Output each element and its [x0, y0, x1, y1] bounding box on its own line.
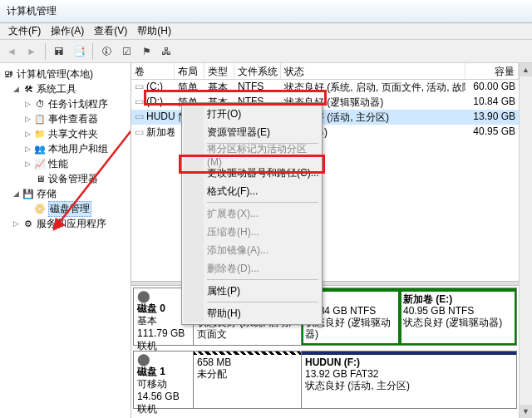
tree-device-manager[interactable]: 🖥设备管理器	[2, 171, 129, 186]
users-icon: 👥	[33, 142, 47, 155]
tree-root[interactable]: 🖳 计算机管理(本地)	[2, 66, 129, 81]
context-menu: 打开(O) 资源管理器(E) 将分区标记为活动分区(M) 更改驱动器号和路径(C…	[181, 102, 323, 325]
scrollbar-vertical[interactable]: ▲ ▼	[519, 63, 532, 418]
partition[interactable]: 新加卷 (E:)40.95 GB NTFS状态良好 (逻辑驱动器)	[400, 288, 516, 345]
volume-list-header: 卷 布局 类型 文件系统 状态 容量	[131, 63, 519, 80]
disk-info[interactable]: ⬤磁盘 1可移动14.56 GB联机	[134, 352, 194, 408]
tb-icon-1[interactable]: 🖬	[51, 43, 67, 60]
expand-icon[interactable]: ▷	[25, 160, 33, 168]
window-titlebar: 计算机管理	[0, 0, 532, 23]
tb-icon-2[interactable]: 📑	[71, 43, 87, 60]
volume-icon: ▭	[135, 96, 146, 107]
menu-action[interactable]: 操作(A)	[46, 24, 89, 38]
expand-icon[interactable]: ▷	[25, 145, 33, 153]
ctx-add-mirror: 添加镜像(A)...	[184, 241, 320, 259]
tools-icon: 🛠	[22, 82, 35, 96]
nav-fwd-button[interactable]: ►	[23, 43, 40, 60]
ctx-format[interactable]: 格式化(F)...	[184, 182, 320, 200]
tb-icon-6[interactable]: 🖧	[158, 43, 175, 60]
nav-tree: 🖳 计算机管理(本地) ◢ 🛠 系统工具 ▷⏱任务计划程序 ▷📋事件查看器 ▷📁…	[0, 63, 131, 418]
partition[interactable]: HUDUN (F:)13.92 GB FAT32状态良好 (活动, 主分区)	[302, 352, 516, 408]
ctx-extend: 扩展卷(X)...	[184, 204, 320, 223]
tb-icon-3[interactable]: 🛈	[98, 43, 115, 60]
nav-back-button[interactable]: ◄	[3, 43, 20, 60]
expand-icon[interactable]: ▷	[25, 100, 33, 108]
menubar: 文件(F) 操作(A) 查看(V) 帮助(H)	[0, 23, 532, 40]
clock-icon: ⏱	[33, 97, 47, 111]
tree-performance[interactable]: ▷📈性能	[2, 156, 129, 171]
tb-icon-5[interactable]: ⚑	[138, 43, 155, 60]
expand-icon[interactable]: ▷	[13, 219, 22, 228]
expand-icon[interactable]: ▷	[25, 130, 33, 138]
folder-icon: 📁	[33, 127, 47, 140]
ctx-change-drive-letter[interactable]: 更改驱动器号和路径(C)...	[184, 164, 320, 182]
toolbar: ◄ ► 🖬 📑 🛈 ☑ ⚑ 🖧	[0, 40, 532, 63]
col-capacity[interactable]: 容量	[466, 63, 519, 79]
scroll-down-icon[interactable]: ▼	[520, 405, 532, 418]
disk-icon: 📀	[33, 202, 47, 215]
volume-icon: ▭	[135, 81, 146, 92]
tree-event-viewer[interactable]: ▷📋事件查看器	[2, 111, 129, 126]
disk-block: ⬤磁盘 1可移动14.56 GB联机658 MB未分配HUDUN (F:)13.…	[133, 351, 517, 409]
volume-icon: ▭	[135, 126, 146, 138]
storage-icon: 💾	[22, 187, 35, 200]
scroll-up-icon[interactable]: ▲	[520, 63, 532, 76]
device-icon: 🖥	[33, 172, 47, 185]
partition[interactable]: 658 MB未分配	[194, 352, 302, 408]
computer-icon: 🖳	[2, 67, 15, 81]
ctx-delete: 删除卷(D)...	[184, 259, 320, 278]
ctx-properties[interactable]: 属性(P)	[184, 282, 320, 300]
tb-icon-4[interactable]: ☑	[118, 43, 135, 60]
col-filesystem[interactable]: 文件系统	[234, 63, 281, 79]
tree-storage[interactable]: ◢💾存储	[2, 186, 129, 201]
ctx-help[interactable]: 帮助(H)	[184, 304, 320, 322]
tree-services-apps[interactable]: ▷⚙服务和应用程序	[2, 216, 129, 231]
col-status[interactable]: 状态	[281, 63, 466, 79]
window-title: 计算机管理	[0, 4, 63, 18]
log-icon: 📋	[33, 112, 47, 125]
ctx-mark-active: 将分区标记为活动分区(M)	[184, 145, 320, 164]
ctx-shrink: 压缩卷(H)...	[184, 223, 320, 241]
col-type[interactable]: 类型	[204, 63, 234, 79]
expand-icon[interactable]: ▷	[25, 115, 33, 123]
tree-system-tools[interactable]: ◢ 🛠 系统工具	[2, 81, 129, 96]
volume-row[interactable]: ▭(C:)简单基本NTFS状态良好 (系统, 启动, 页面文件, 活动, 故障转…	[131, 80, 519, 95]
tree-shared-folders[interactable]: ▷📁共享文件夹	[2, 126, 129, 141]
tree-local-users[interactable]: ▷👥本地用户和组	[2, 141, 129, 156]
volume-icon: ▭	[135, 111, 146, 122]
disk-icon: ⬤	[137, 353, 190, 366]
col-layout[interactable]: 布局	[175, 63, 204, 79]
ctx-open[interactable]: 打开(O)	[184, 105, 320, 123]
collapse-icon[interactable]: ◢	[13, 189, 22, 198]
gear-icon: ⚙	[22, 217, 35, 230]
tree-task-scheduler[interactable]: ▷⏱任务计划程序	[2, 96, 129, 111]
menu-view[interactable]: 查看(V)	[89, 24, 132, 38]
tree-disk-management[interactable]: 📀磁盘管理	[2, 201, 129, 216]
perf-icon: 📈	[33, 157, 47, 170]
menu-help[interactable]: 帮助(H)	[132, 24, 176, 38]
ctx-explorer[interactable]: 资源管理器(E)	[184, 123, 320, 141]
menu-file[interactable]: 文件(F)	[3, 24, 46, 38]
col-volume[interactable]: 卷	[131, 63, 175, 79]
collapse-icon[interactable]: ◢	[13, 85, 22, 93]
